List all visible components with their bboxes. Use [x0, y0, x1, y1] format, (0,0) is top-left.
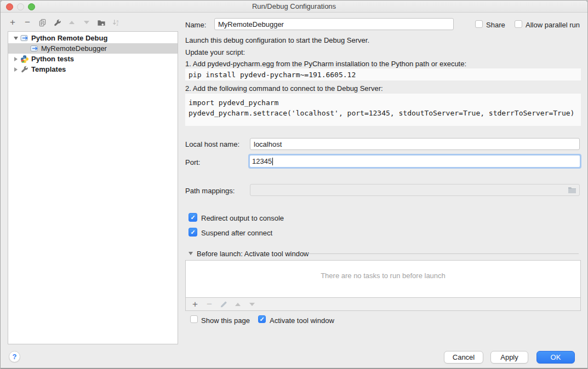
local-host-label: Local host name: [185, 140, 239, 148]
port-label: Port: [185, 158, 200, 166]
tree-item-label: Python tests [31, 55, 74, 63]
tree-item-label: MyRemoteDebugger [41, 44, 107, 53]
help-button[interactable]: ? [9, 351, 20, 362]
local-host-input[interactable]: localhost [250, 138, 580, 150]
suspend-after-connect-checkbox[interactable] [189, 228, 197, 237]
remove-configuration-icon[interactable] [23, 18, 32, 27]
port-input[interactable]: 12345 [250, 155, 580, 167]
tree-item-templates[interactable]: Templates [8, 64, 178, 74]
tree-item-myremotedebugger[interactable]: MyRemoteDebugger [8, 43, 178, 54]
remove-task-icon[interactable] [205, 300, 214, 309]
run-debug-configurations-dialog: Run/Debug Configurations az Python Remot… [0, 0, 588, 369]
instructions-step2: 2. Add the following command to connect … [185, 84, 383, 93]
name-label: Name: [185, 21, 206, 29]
redirect-output-label: Redirect output to console [201, 214, 284, 222]
settrace-code-block: import pydevd_pycharm pydevd_pycharm.set… [185, 94, 581, 126]
expander-open-icon[interactable] [12, 37, 20, 40]
expander-closed-icon[interactable] [12, 57, 20, 61]
tree-item-label: Templates [31, 65, 66, 73]
new-folder-icon[interactable] [97, 18, 106, 27]
instructions-update: Update your script: [185, 48, 245, 56]
pip-install-code: pip install pydevd-pycharm~=191.6605.12 [185, 68, 581, 80]
instructions-step1: 1. Add pydevd-pycharm.egg from the PyCha… [185, 60, 466, 68]
before-launch-task-list[interactable]: There are no tasks to run before launch [185, 260, 581, 298]
add-configuration-icon[interactable] [8, 18, 17, 27]
allow-parallel-run-checkbox[interactable] [515, 20, 522, 28]
wrench-icon [20, 65, 29, 74]
text-caret [272, 158, 273, 165]
apply-button[interactable]: Apply [490, 351, 528, 364]
move-down-icon[interactable] [82, 18, 91, 27]
configurations-toolbar: az [8, 16, 121, 29]
expander-closed-icon[interactable] [12, 67, 20, 72]
port-input-focus-ring: 12345 [248, 154, 581, 169]
path-mappings-label: Path mappings: [185, 187, 235, 195]
add-task-icon[interactable] [191, 300, 199, 309]
tree-item-label: Python Remote Debug [31, 34, 107, 42]
activate-tool-window-checkbox[interactable] [258, 315, 266, 323]
remote-debug-icon [20, 34, 29, 43]
svg-text:z: z [116, 22, 118, 26]
path-mappings-input[interactable] [250, 184, 580, 196]
task-list-toolbar [185, 298, 581, 311]
allow-parallel-run-label: Allow parallel run [526, 21, 580, 29]
move-task-up-icon[interactable] [233, 300, 242, 309]
instructions-intro: Launch this debug configuration to start… [185, 36, 369, 44]
name-input-value: MyRemoteDebugger [218, 20, 284, 28]
window-title: Run/Debug Configurations [1, 2, 587, 10]
name-input[interactable]: MyRemoteDebugger [214, 18, 454, 30]
configurations-tree: Python Remote Debug MyRemoteDebugger Pyt… [8, 31, 178, 344]
share-label: Share [486, 21, 505, 29]
tree-item-python-remote-debug[interactable]: Python Remote Debug [8, 33, 178, 43]
before-launch-collapse-icon[interactable] [189, 252, 193, 255]
edit-templates-icon[interactable] [53, 18, 61, 27]
python-tests-icon [20, 55, 29, 64]
move-up-icon[interactable] [67, 18, 76, 27]
local-host-value: localhost [254, 140, 282, 148]
redirect-output-checkbox[interactable] [189, 213, 197, 222]
activate-tool-window-label: Activate tool window [270, 316, 334, 325]
titlebar: Run/Debug Configurations [1, 1, 587, 13]
sort-alphabetically-icon[interactable]: az [112, 18, 121, 27]
section-divider [307, 253, 579, 254]
ok-button[interactable]: OK [536, 351, 575, 364]
edit-task-icon[interactable] [219, 300, 228, 309]
move-task-down-icon[interactable] [248, 300, 256, 309]
cancel-button[interactable]: Cancel [444, 351, 483, 364]
port-value: 12345 [252, 157, 272, 165]
copy-configuration-icon[interactable] [38, 18, 47, 27]
show-this-page-checkbox[interactable] [190, 315, 198, 323]
share-checkbox[interactable] [475, 20, 483, 28]
tree-item-python-tests[interactable]: Python tests [8, 54, 178, 64]
browse-folder-icon[interactable] [568, 186, 576, 194]
show-this-page-label: Show this page [201, 316, 250, 325]
empty-tasks-message: There are no tasks to run before launch [186, 272, 580, 280]
before-launch-title: Before launch: Activate tool window [197, 250, 309, 258]
remote-debug-icon [30, 44, 39, 53]
suspend-after-connect-label: Suspend after connect [201, 229, 272, 237]
